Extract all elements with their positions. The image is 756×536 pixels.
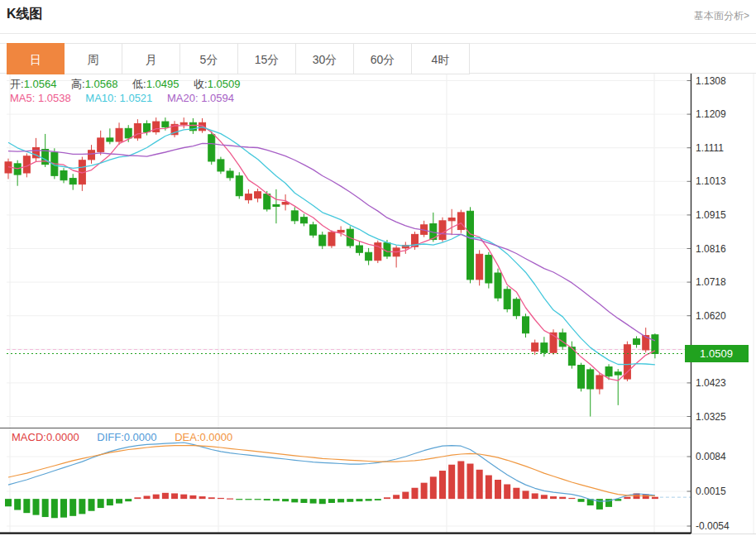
tab-30min[interactable]: 30分	[296, 43, 354, 74]
close-label: 收:	[194, 78, 208, 90]
diff-label: DIFF:	[97, 431, 124, 443]
diff-value: 0.0000	[124, 431, 157, 443]
close-value: 1.0509	[208, 78, 241, 90]
kline-page: { "page": {"title": "K线图", "corner_link"…	[0, 0, 756, 536]
macd-legend: MACD:0.0000 DIFF:0.0000 DEA:0.0000	[12, 431, 247, 443]
high-label: 高:	[71, 78, 85, 90]
period-tabstrip: 日 周 月 5分 15分 30分 60分 4时	[0, 43, 756, 74]
svg-text:1.1209: 1.1209	[696, 108, 726, 120]
ma5-label: MA5:	[10, 92, 35, 104]
ma20-label: MA20:	[167, 92, 199, 104]
svg-text:0.0084: 0.0084	[696, 451, 726, 462]
svg-text:1.1111: 1.1111	[696, 142, 724, 154]
current-price-badge: 1.0509	[700, 347, 733, 360]
svg-text:1.0718: 1.0718	[696, 276, 726, 288]
ma-legend: MA5: 1.0538 MA10: 1.0521 MA20: 1.0594	[10, 92, 246, 104]
svg-text:1.0915: 1.0915	[696, 209, 726, 221]
svg-text:0.0015: 0.0015	[696, 486, 726, 497]
svg-text:1.0325: 1.0325	[696, 411, 726, 423]
svg-text:-0.0054: -0.0054	[696, 520, 730, 532]
tab-60min[interactable]: 60分	[354, 43, 412, 74]
open-label: 开:	[10, 78, 24, 90]
fundamental-analysis-link[interactable]: 基本面分析>	[694, 9, 749, 23]
tab-4hour[interactable]: 4时	[412, 43, 470, 74]
dea-label: DEA:	[175, 431, 199, 443]
svg-text:1.1013: 1.1013	[696, 175, 726, 187]
ma5-value: 1.0538	[38, 92, 71, 104]
tab-day[interactable]: 日	[7, 43, 65, 74]
svg-text:1.0620: 1.0620	[696, 310, 726, 322]
macd-value: 0.0000	[46, 431, 79, 443]
svg-text:1.1308: 1.1308	[696, 75, 726, 87]
title-divider	[0, 33, 756, 34]
ohlc-legend: 开:1.0564 高:1.0568 低:1.0495 收:1.0509	[10, 77, 251, 92]
low-value: 1.0495	[146, 78, 179, 90]
tab-month[interactable]: 月	[122, 43, 180, 74]
tab-5min[interactable]: 5分	[180, 43, 238, 74]
svg-text:1.0423: 1.0423	[696, 377, 726, 389]
tab-15min[interactable]: 15分	[238, 43, 296, 74]
svg-text:1.0816: 1.0816	[696, 243, 726, 255]
tab-week[interactable]: 周	[65, 43, 122, 74]
ma10-label: MA10:	[85, 92, 117, 104]
dea-value: 0.0000	[200, 431, 233, 443]
macd-label: MACD:	[12, 431, 46, 443]
ma10-value: 1.0521	[120, 92, 153, 104]
page-title: K线图	[7, 6, 43, 23]
ma20-value: 1.0594	[201, 92, 234, 104]
open-value: 1.0564	[24, 78, 57, 90]
low-label: 低:	[132, 78, 146, 90]
high-value: 1.0568	[85, 78, 118, 90]
